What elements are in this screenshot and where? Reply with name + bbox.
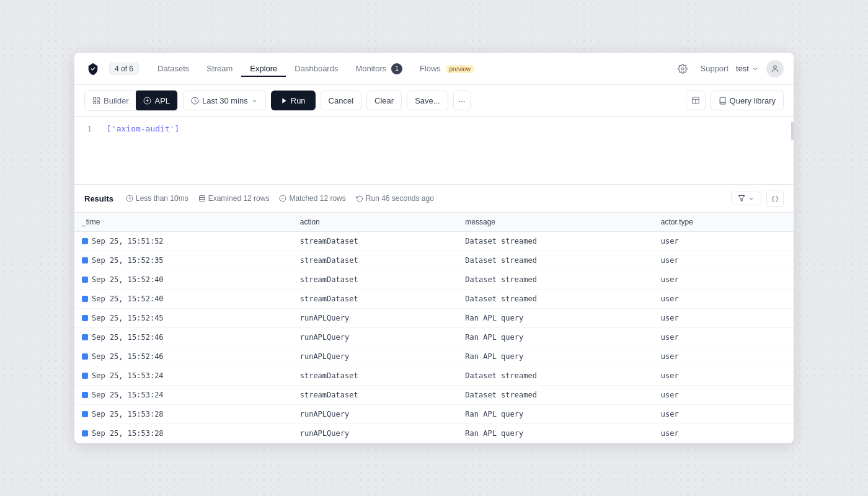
cell-actor-type: user (653, 366, 760, 386)
row-indicator (82, 315, 88, 321)
cell-extra (760, 366, 794, 386)
nav-tabs: Datasets Stream Explore Dashboards Monit… (149, 60, 668, 78)
cell-extra (760, 386, 794, 405)
cell-message: Ran APL query (458, 309, 653, 328)
cell-message: Dataset streamed (458, 270, 653, 290)
cell-action: streamDataset (293, 366, 458, 386)
clear-button[interactable]: Clear (366, 91, 402, 110)
table-row[interactable]: Sep 25, 15:52:40streamDatasetDataset str… (74, 290, 794, 309)
cell-time: Sep 25, 15:53:24 (74, 366, 293, 386)
cell-time: Sep 25, 15:53:28 (74, 405, 293, 424)
cell-actor-type: user (653, 328, 760, 347)
row-indicator (82, 296, 88, 302)
flows-preview-badge: preview (446, 65, 474, 73)
cell-actor-type: user (653, 424, 760, 443)
row-indicator (82, 353, 88, 360)
row-indicator (82, 334, 88, 340)
table-row[interactable]: Sep 25, 15:52:46runAPLQueryRan APL query… (74, 347, 794, 366)
cell-extra (760, 347, 794, 366)
top-nav: 4 of 6 Datasets Stream Explore Dashboard… (74, 53, 794, 85)
results-actions: {} (731, 190, 784, 207)
row-indicator (82, 277, 88, 283)
editor-content[interactable]: ['axiom-audit'] (99, 124, 794, 177)
axiom-logo (84, 60, 102, 78)
table-header: _time action message actor.type (74, 213, 794, 232)
cell-action: runAPLQuery (293, 328, 458, 347)
col-message: message (458, 213, 653, 232)
row-indicator (82, 373, 88, 379)
tab-dashboards[interactable]: Dashboards (286, 60, 347, 77)
cell-time: Sep 25, 15:52:40 (74, 290, 293, 309)
cell-extra (760, 232, 794, 251)
cell-actor-type: user (653, 309, 760, 328)
mode-switcher: Builder APL (84, 90, 178, 111)
builder-icon (92, 97, 100, 105)
cell-time: Sep 25, 15:53:24 (74, 386, 293, 405)
cell-actor-type: user (653, 232, 760, 251)
examined-item: Examined 12 rows (198, 194, 270, 203)
save-button[interactable]: Save... (407, 91, 448, 110)
builder-mode-button[interactable]: Builder (85, 91, 136, 110)
table-row[interactable]: Sep 25, 15:53:28runAPLQueryRan APL query… (74, 405, 794, 424)
tab-stream[interactable]: Stream (198, 60, 241, 77)
row-indicator (82, 238, 88, 244)
filter-button[interactable] (731, 192, 761, 205)
chevron-down-icon (751, 65, 759, 73)
cell-message: Dataset streamed (458, 290, 653, 309)
more-options-button[interactable]: ··· (453, 91, 471, 110)
cell-action: runAPLQuery (293, 424, 458, 443)
json-view-button[interactable]: {} (766, 190, 784, 207)
editor-scrollbar[interactable] (791, 117, 794, 184)
cell-action: streamDataset (293, 232, 458, 251)
dataset-counter: 4 of 6 (109, 63, 139, 75)
svg-point-0 (681, 68, 684, 70)
rows-icon (198, 195, 206, 202)
query-library-button[interactable]: Query library (711, 91, 784, 110)
apl-icon (143, 97, 151, 105)
results-table: _time action message actor.type Sep 25, … (74, 213, 794, 443)
svg-rect-3 (97, 97, 100, 100)
support-link[interactable]: Support (700, 64, 728, 73)
table-row[interactable]: Sep 25, 15:52:45runAPLQueryRan APL query… (74, 309, 794, 328)
cell-action: streamDataset (293, 270, 458, 290)
timer-icon (126, 195, 133, 202)
tab-monitors[interactable]: Monitors 1 (347, 60, 410, 78)
filter-icon (738, 195, 745, 202)
chevron-down-small-icon (748, 195, 755, 202)
apl-mode-button[interactable]: APL (136, 91, 177, 110)
examined-text: Examined 12 rows (208, 194, 270, 203)
table-row[interactable]: Sep 25, 15:53:24streamDatasetDataset str… (74, 386, 794, 405)
cell-extra (760, 251, 794, 270)
settings-button[interactable] (673, 59, 693, 79)
table-row[interactable]: Sep 25, 15:52:35streamDatasetDataset str… (74, 251, 794, 270)
layout-toggle-button[interactable] (686, 91, 706, 110)
table-row[interactable]: Sep 25, 15:52:46runAPLQueryRan APL query… (74, 328, 794, 347)
tab-flows[interactable]: Flows preview (411, 60, 483, 77)
timing-text: Less than 10ms (136, 194, 188, 203)
col-time: _time (74, 213, 293, 232)
library-icon (719, 97, 727, 105)
cell-time: Sep 25, 15:52:45 (74, 309, 293, 328)
table-container[interactable]: _time action message actor.type Sep 25, … (74, 213, 794, 443)
cell-actor-type: user (653, 270, 760, 290)
cell-extra (760, 405, 794, 424)
col-extra (760, 213, 794, 232)
tab-explore[interactable]: Explore (241, 60, 286, 77)
time-range-button[interactable]: Last 30 mins (183, 91, 266, 110)
user-avatar[interactable] (766, 60, 784, 78)
editor-area[interactable]: 1 ['axiom-audit'] (74, 117, 794, 185)
run-button[interactable]: Run (271, 91, 316, 110)
row-indicator (82, 430, 88, 436)
tab-datasets[interactable]: Datasets (149, 60, 198, 77)
table-row[interactable]: Sep 25, 15:53:24streamDatasetDataset str… (74, 366, 794, 386)
row-indicator (82, 411, 88, 417)
user-menu[interactable]: test (736, 64, 759, 73)
table-row[interactable]: Sep 25, 15:53:28runAPLQueryRan APL query… (74, 424, 794, 443)
table-row[interactable]: Sep 25, 15:51:52streamDatasetDataset str… (74, 232, 794, 251)
editor-scrollbar-thumb (791, 122, 794, 140)
cancel-button[interactable]: Cancel (321, 91, 361, 110)
table-row[interactable]: Sep 25, 15:52:40streamDatasetDataset str… (74, 270, 794, 290)
clock-icon (191, 97, 199, 105)
table-body: Sep 25, 15:51:52streamDatasetDataset str… (74, 232, 794, 443)
nav-right: Support test (673, 59, 784, 79)
